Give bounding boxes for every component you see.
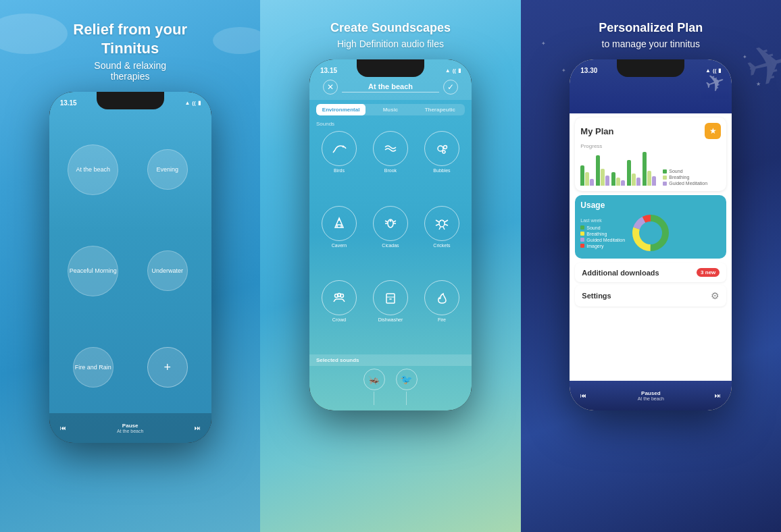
bottom-bar-pause-label: Pause: [122, 423, 138, 429]
svg-point-8: [440, 220, 441, 221]
bottom-bar-3: ⏮ Paused At the beach ⏭: [570, 381, 732, 410]
legend-sound: Sound: [663, 169, 707, 174]
sound-item-birds[interactable]: Birds: [315, 131, 363, 203]
sound-circle-crowd[interactable]: [322, 280, 357, 315]
bottom-bar-paused-label: Paused: [641, 390, 660, 396]
bubble-cell-peaceful-morning[interactable]: Peaceful Morning: [56, 220, 130, 321]
usage-label-sound: Sound: [586, 225, 600, 230]
panel-tinnitus-relief: Relief from your Tinnitus Sound & relaxi…: [0, 0, 260, 532]
selected-bird-icon[interactable]: 🐦: [396, 369, 418, 390]
sound-item-bubbles[interactable]: Bubbles: [418, 131, 466, 203]
usage-section: Usage Last week Sound: [575, 195, 726, 259]
signal-icon-1: ▲: [184, 100, 190, 106]
tab-music[interactable]: Music: [366, 104, 415, 115]
bubble-add[interactable]: +: [147, 347, 188, 388]
sound-circle-bubbles[interactable]: [424, 131, 459, 166]
bar-breathing-2: [601, 169, 605, 186]
sounds-label: Sounds: [309, 119, 472, 128]
panel2-subtitle: High Definition audio files: [330, 38, 451, 49]
battery-icon-2: ▮: [458, 68, 461, 74]
usage-legend-sound: Sound: [580, 225, 625, 230]
panel-personalized-plan: ✦ ✦ ✦ ★ ✈ Personalized Plan to manage yo…: [521, 0, 781, 532]
legend-meditation: Guided Meditation: [663, 181, 707, 186]
downloads-row[interactable]: Additional downloads 3 new: [575, 263, 726, 282]
phone-frame-2: 13.15 ▲ (( ▮ ✕ At the beach ✓ Enviro: [309, 59, 472, 410]
bubble-label-underwater: Underwater: [151, 267, 183, 274]
sound-circle-fire[interactable]: [424, 280, 459, 315]
plan-header: My Plan ★: [580, 123, 721, 139]
sound-circle-cicadas[interactable]: [373, 206, 408, 241]
sound-item-brook[interactable]: Brook: [366, 131, 415, 203]
sound-circle-birds[interactable]: [322, 131, 357, 166]
soundscape-name[interactable]: At the beach: [342, 82, 439, 92]
bar-sound-5: [643, 152, 647, 186]
sound-circle-cavern[interactable]: [322, 206, 357, 241]
wifi-icon-3: ((: [713, 68, 716, 74]
downloads-label: Additional downloads: [582, 269, 659, 277]
sound-item-dishwasher[interactable]: Dishwasher: [366, 280, 415, 352]
sound-item-fire[interactable]: Fire: [418, 280, 466, 352]
play-back-icon[interactable]: ⏮: [60, 425, 66, 431]
bubble-fire-and-rain[interactable]: Fire and Rain: [73, 347, 114, 388]
play-back-icon-3[interactable]: ⏮: [580, 392, 586, 399]
bubble-label-fire-and-rain: Fire and Rain: [75, 364, 111, 371]
selected-cicada-icon[interactable]: 🦗: [363, 369, 385, 390]
sound-item-cavern[interactable]: Cavern: [315, 206, 363, 277]
usage-label-meditation: Guided Meditation: [586, 238, 625, 242]
bottom-bar-3-subtitle: At the beach: [638, 396, 664, 401]
bar-group-2: [596, 155, 609, 186]
usage-legend-imagery: Imagery: [580, 244, 625, 248]
screen-1-content: 13.15 ▲ (( ▮ At the beach: [49, 92, 211, 443]
usage-dot-imagery: [580, 244, 584, 248]
soundscape-title-bar: ✕ At the beach ✓: [316, 80, 465, 95]
sound-name-dishwasher: Dishwasher: [378, 317, 403, 322]
bubble-peaceful-morning[interactable]: Peaceful Morning: [68, 246, 118, 296]
bar-sound-4: [627, 160, 631, 186]
panel3-title: Personalized Plan: [599, 20, 703, 36]
bubble-at-the-beach[interactable]: At the beach: [68, 144, 118, 195]
sound-item-crowd[interactable]: Crowd: [315, 280, 363, 352]
bubble-cell-add[interactable]: +: [130, 322, 205, 413]
selected-sound-bird[interactable]: 🐦: [396, 369, 418, 405]
usage-dot-breathing: [580, 232, 584, 236]
sound-item-cicadas[interactable]: Cicadas: [366, 206, 415, 277]
star-decor-1: ✦: [541, 41, 546, 47]
bubble-underwater[interactable]: Underwater: [147, 250, 188, 291]
tab-therapeutic[interactable]: Therapeutic: [415, 104, 465, 115]
bubble-cell-at-the-beach[interactable]: At the beach: [56, 119, 130, 220]
bubble-cell-underwater[interactable]: Underwater: [130, 220, 205, 321]
status-icons-3: ▲ (( ▮: [705, 68, 721, 74]
close-button[interactable]: ✕: [323, 80, 338, 95]
svg-point-6: [389, 219, 391, 221]
bar-sound-2: [596, 155, 600, 186]
screen-2-content: 13.15 ▲ (( ▮ ✕ At the beach ✓ Enviro: [309, 59, 472, 410]
confirm-button[interactable]: ✓: [443, 80, 458, 95]
star-badge[interactable]: ★: [705, 123, 721, 139]
selected-sound-cicada[interactable]: 🦗: [363, 369, 385, 405]
sound-circle-dishwasher[interactable]: [373, 280, 408, 315]
sound-name-crickets: Crickets: [433, 243, 450, 248]
plan-legend: Sound Breathing Guided Meditation: [663, 169, 707, 186]
wifi-icon-1: ((: [192, 100, 195, 106]
svg-point-1: [438, 146, 443, 151]
sound-circle-crickets[interactable]: [424, 206, 459, 241]
volume-line-cicada: [374, 392, 374, 405]
sound-item-crickets[interactable]: Crickets: [418, 206, 466, 277]
bar-meditation-5: [652, 176, 656, 186]
bubble-evening[interactable]: Evening: [147, 149, 188, 190]
tab-environmental[interactable]: Environmental: [316, 104, 366, 115]
bar-group-5: [643, 152, 656, 186]
sound-circle-brook[interactable]: [373, 131, 408, 166]
bubble-cell-evening[interactable]: Evening: [130, 119, 205, 220]
bar-sound-3: [611, 172, 615, 186]
settings-row[interactable]: Settings ⚙: [575, 285, 726, 307]
gear-icon[interactable]: ⚙: [711, 290, 720, 301]
signal-icon-2: ▲: [445, 68, 451, 74]
bubble-cell-fire-and-rain[interactable]: Fire and Rain: [56, 322, 130, 413]
play-forward-icon-3[interactable]: ⏭: [715, 392, 721, 399]
battery-icon-3: ▮: [718, 68, 721, 74]
phone-notch-2: [357, 59, 424, 77]
panel3-header: Personalized Plan to manage your tinnitu…: [585, 0, 716, 59]
play-forward-icon[interactable]: ⏭: [195, 425, 201, 431]
bar-sound-1: [580, 165, 584, 186]
